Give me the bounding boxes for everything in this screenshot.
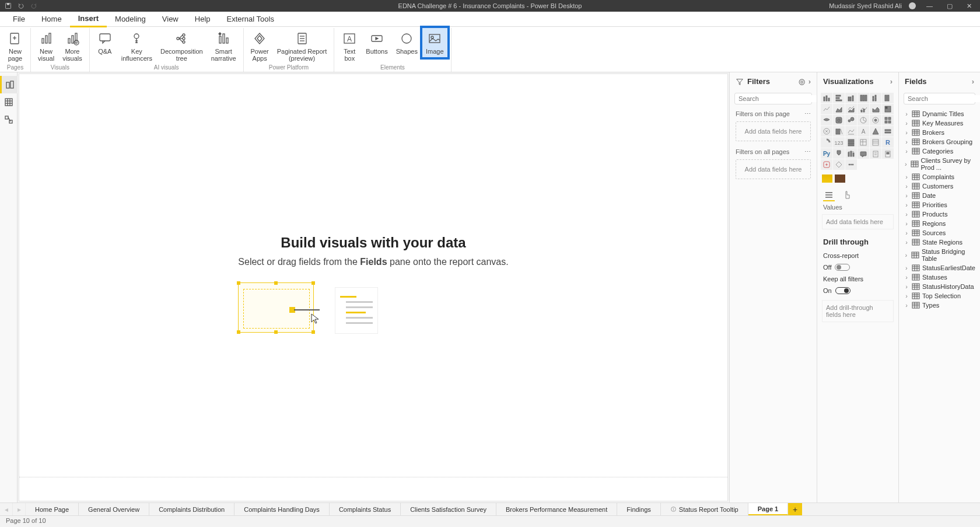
viz-type-6[interactable] <box>821 104 832 114</box>
field-table-status-bridging-table[interactable]: ›Status Bridging Table <box>901 247 978 263</box>
ribbon-keyinf-button[interactable]: Key influencers <box>118 28 156 64</box>
viz-type-20[interactable] <box>845 126 857 137</box>
viz-type-31[interactable] <box>833 148 845 159</box>
page-tab-general-overview[interactable]: General Overview <box>79 503 149 515</box>
page-nav-last[interactable]: ▸ <box>13 503 26 515</box>
ribbon-pagrep-button[interactable]: Paginated Report (preview) <box>274 28 331 64</box>
filters-page-drop[interactable]: Add data fields here <box>736 121 811 141</box>
report-canvas[interactable]: Build visuals with your data Select or d… <box>19 74 728 501</box>
filters-all-drop[interactable]: Add data fields here <box>736 159 811 179</box>
save-icon[interactable] <box>5 2 12 9</box>
filters-all-more-icon[interactable]: ⋯ <box>804 148 811 156</box>
field-table-categories[interactable]: ›Categories <box>901 146 978 156</box>
viz-type-22[interactable] <box>870 126 881 137</box>
minimize-button[interactable]: — <box>923 2 936 9</box>
viz-type-8[interactable] <box>845 104 857 114</box>
filters-search-input[interactable] <box>738 95 819 102</box>
field-table-statusearliestdate[interactable]: ›StatusEarliestDate <box>901 263 978 273</box>
viz-type-12[interactable] <box>821 115 832 125</box>
viz-type-21[interactable]: A <box>858 126 869 137</box>
viz-fields-tab[interactable] <box>823 190 835 201</box>
viz-type-23[interactable] <box>882 126 894 137</box>
user-avatar[interactable] <box>909 2 916 9</box>
page-tab-findings[interactable]: Findings <box>617 503 661 515</box>
viz-type-34[interactable] <box>870 148 881 159</box>
viz-type-13[interactable] <box>833 115 845 125</box>
field-table-statushistorydata[interactable]: ›StatusHistoryData <box>901 282 978 291</box>
menu-help[interactable]: Help <box>187 12 219 26</box>
viz-type-2[interactable] <box>845 93 857 103</box>
user-name[interactable]: Mudassir Syed Rashid Ali <box>829 2 902 9</box>
viz-type-4[interactable] <box>870 93 881 103</box>
viz-values-drop[interactable]: Add data fields here <box>822 214 894 229</box>
collapse-fields-icon[interactable]: › <box>972 77 974 86</box>
filters-search[interactable] <box>734 93 812 104</box>
filters-page-more-icon[interactable]: ⋯ <box>804 110 811 118</box>
viz-format-tab[interactable] <box>842 190 853 201</box>
page-tab-clients-satisfaction-survey[interactable]: Clients Satisfaction Survey <box>401 503 496 515</box>
data-view-button[interactable] <box>0 93 18 111</box>
model-view-button[interactable] <box>0 111 18 128</box>
page-nav-first[interactable]: ◂ <box>0 503 13 515</box>
page-tab-brokers-performance-measurement[interactable]: Brokers Performance Measurement <box>496 503 617 515</box>
field-table-brokers-grouping[interactable]: ›Brokers Grouping <box>901 137 978 146</box>
menu-home[interactable]: Home <box>33 12 70 26</box>
page-tab-complaints-status[interactable]: Complaints Status <box>330 503 401 515</box>
ribbon-decomp-button[interactable]: Decomposition tree <box>157 28 206 64</box>
viz-type-30[interactable]: Py <box>821 148 832 159</box>
menu-insert[interactable]: Insert <box>70 11 107 27</box>
hide-filters-icon[interactable]: ◎ <box>799 77 805 86</box>
viz-type-5[interactable] <box>882 93 894 103</box>
viz-type-15[interactable] <box>858 115 869 125</box>
ribbon-image-button[interactable]: Image <box>422 28 447 57</box>
page-tab-complaints-distribution[interactable]: Complaints Distribution <box>149 503 235 515</box>
viz-type-26[interactable] <box>845 137 857 148</box>
close-button[interactable]: ✕ <box>963 2 975 10</box>
maximize-button[interactable]: ▢ <box>943 2 956 10</box>
viz-type-25[interactable]: 123 <box>833 137 845 148</box>
field-table-priorities[interactable]: ›Priorities <box>901 200 978 210</box>
field-table-top-selection[interactable]: ›Top Selection <box>901 291 978 301</box>
page-tab-page-1[interactable]: Page 1 <box>748 503 788 515</box>
field-table-brokers[interactable]: ›Brokers <box>901 128 978 137</box>
viz-type-0[interactable] <box>821 93 832 103</box>
viz-type-7[interactable] <box>833 104 845 114</box>
field-table-state-regions[interactable]: ›State Regions <box>901 238 978 247</box>
field-table-regions[interactable]: ›Regions <box>901 219 978 228</box>
add-page-button[interactable]: + <box>788 503 802 515</box>
viz-type-17[interactable] <box>882 115 894 125</box>
menu-modeling[interactable]: Modeling <box>107 12 154 26</box>
ribbon-buttons-button[interactable]: Buttons <box>362 28 391 57</box>
ribbon-powerapps-button[interactable]: Power Apps <box>247 28 272 64</box>
keep-filters-toggle[interactable] <box>835 287 850 294</box>
ribbon-morevisuals-button[interactable]: More visuals <box>59 28 86 64</box>
ribbon-newpage-button[interactable]: New page <box>4 28 27 64</box>
field-table-clients-survey-by-prod-[interactable]: ›Clients Survey by Prod ... <box>901 156 978 172</box>
viz-type-1[interactable] <box>833 93 845 103</box>
collapse-filters-icon[interactable]: › <box>808 77 811 86</box>
viz-type-9[interactable] <box>858 104 869 114</box>
field-table-key-measures[interactable]: ›Key Measures <box>901 118 978 128</box>
drill-drop[interactable]: Add drill-through fields here <box>822 300 894 322</box>
cross-report-toggle[interactable] <box>835 264 850 271</box>
viz-type-16[interactable] <box>870 115 881 125</box>
page-tab-home-page[interactable]: Home Page <box>26 503 79 515</box>
viz-custom-2[interactable] <box>835 174 845 183</box>
page-tab-status-report-tooltip[interactable]: iStatus Report Tooltip <box>661 503 748 515</box>
field-table-products[interactable]: ›Products <box>901 210 978 219</box>
field-table-types[interactable]: ›Types <box>901 301 978 310</box>
fields-search-input[interactable] <box>908 95 980 102</box>
ribbon-qna-button[interactable]: Q&A <box>93 28 117 57</box>
viz-type-24[interactable] <box>821 137 832 148</box>
viz-type-27[interactable] <box>858 137 869 148</box>
viz-type-18[interactable] <box>821 126 832 137</box>
ribbon-shapes-button[interactable]: Shapes <box>393 28 421 57</box>
report-view-button[interactable] <box>0 76 18 93</box>
viz-type-29[interactable]: R <box>882 137 894 148</box>
viz-custom-1[interactable] <box>822 174 832 183</box>
field-table-statuses[interactable]: ›Statuses <box>901 273 978 282</box>
viz-type-11[interactable] <box>882 104 894 114</box>
viz-type-36[interactable] <box>821 159 832 170</box>
collapse-viz-icon[interactable]: › <box>890 77 892 86</box>
field-table-customers[interactable]: ›Customers <box>901 182 978 191</box>
